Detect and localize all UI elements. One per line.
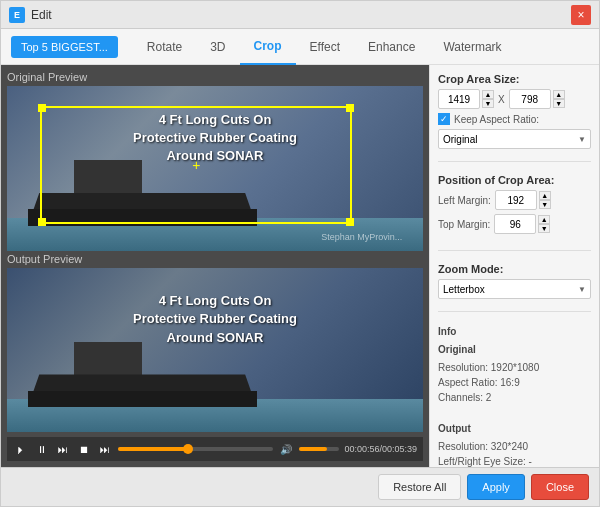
app-icon: E xyxy=(9,7,25,23)
video-controls: ⏵ ⏸ ⏭ ⏹ ⏭ 🔊 00:00:56/00:05:39 xyxy=(7,437,423,461)
title-bar: E Edit × xyxy=(1,1,599,29)
height-input-group: 798 ▲ ▼ xyxy=(509,89,565,109)
divider-3 xyxy=(438,311,591,312)
output-resolution: Resolution: 320*240 xyxy=(438,439,591,454)
zoom-mode-section: Zoom Mode: Letterbox ▼ xyxy=(438,263,591,299)
width-up-button[interactable]: ▲ xyxy=(482,90,494,99)
top-margin-input-group: 96 ▲ ▼ xyxy=(494,214,550,234)
left-margin-down[interactable]: ▼ xyxy=(539,200,551,209)
output-ship-silhouette xyxy=(28,342,257,408)
restore-all-button[interactable]: Restore All xyxy=(378,474,461,500)
close-button[interactable]: × xyxy=(571,5,591,25)
left-margin-input-group: 192 ▲ ▼ xyxy=(495,190,551,210)
original-resolution: Resolution: 1920*1080 xyxy=(438,360,591,375)
progress-bar[interactable] xyxy=(118,447,273,451)
top-margin-up[interactable]: ▲ xyxy=(538,215,550,224)
window-title: Edit xyxy=(31,8,571,22)
zoom-dropdown-arrow: ▼ xyxy=(578,285,586,294)
height-up-button[interactable]: ▲ xyxy=(553,90,565,99)
crop-corner-tl[interactable] xyxy=(38,104,46,112)
crop-corner-bl[interactable] xyxy=(38,218,46,226)
top-margin-spin: ▲ ▼ xyxy=(538,215,550,233)
bottom-bar: Restore All Apply Close xyxy=(1,467,599,506)
crop-rectangle[interactable]: + xyxy=(40,106,352,224)
output-video-frame: 4 Ft Long Cuts On Protective Rubber Coat… xyxy=(7,268,423,433)
file-tab[interactable]: Top 5 BIGGEST... xyxy=(11,36,118,58)
info-title: Info xyxy=(438,324,591,340)
left-margin-up[interactable]: ▲ xyxy=(539,191,551,200)
right-panel: Crop Area Size: 1419 ▲ ▼ X xyxy=(429,65,599,467)
close-dialog-button[interactable]: Close xyxy=(531,474,589,500)
aspect-ratio-row: ✓ Keep Aspect Ratio: xyxy=(438,113,591,125)
tab-watermark[interactable]: Watermark xyxy=(429,29,515,65)
crop-height-input[interactable]: 798 xyxy=(509,89,551,109)
width-input-group: 1419 ▲ ▼ xyxy=(438,89,494,109)
volume-bar[interactable] xyxy=(299,447,339,451)
tab-crop[interactable]: Crop xyxy=(240,29,296,65)
width-spin-buttons: ▲ ▼ xyxy=(482,90,494,108)
size-separator: X xyxy=(498,94,505,105)
original-video-frame: 4 Ft Long Cuts On Protective Rubber Coat… xyxy=(7,86,423,251)
position-label: Position of Crop Area: xyxy=(438,174,591,186)
crop-corner-tr[interactable] xyxy=(346,104,354,112)
apply-button[interactable]: Apply xyxy=(467,474,525,500)
pause-button[interactable]: ⏸ xyxy=(34,441,50,457)
position-section: Position of Crop Area: Left Margin: 192 … xyxy=(438,174,591,238)
left-margin-row: Left Margin: 192 ▲ ▼ xyxy=(438,190,591,210)
height-down-button[interactable]: ▼ xyxy=(553,99,565,108)
left-margin-spin: ▲ ▼ xyxy=(539,191,551,209)
output-video-text-overlay: 4 Ft Long Cuts On Protective Rubber Coat… xyxy=(49,292,382,347)
info-section: Info Original Resolution: 1920*1080 Aspe… xyxy=(438,324,591,467)
top-margin-label: Top Margin: xyxy=(438,219,490,230)
top-margin-down[interactable]: ▼ xyxy=(538,224,550,233)
crop-area-size-label: Crop Area Size: xyxy=(438,73,591,85)
crop-width-input[interactable]: 1419 xyxy=(438,89,480,109)
crop-corner-br[interactable] xyxy=(346,218,354,226)
original-preview: 4 Ft Long Cuts On Protective Rubber Coat… xyxy=(7,86,423,251)
next-frame-button[interactable]: ⏭ xyxy=(55,441,71,457)
tab-3d[interactable]: 3D xyxy=(196,29,239,65)
left-panel: Original Preview 4 Ft Long Cuts On Prote… xyxy=(1,65,429,467)
play-button[interactable]: ⏵ xyxy=(13,441,29,457)
tab-strip: Top 5 BIGGEST... Rotate 3D Crop Effect E… xyxy=(1,29,599,65)
zoom-mode-label: Zoom Mode: xyxy=(438,263,591,275)
zoom-mode-select[interactable]: Letterbox ▼ xyxy=(438,279,591,299)
output-preview-label: Output Preview xyxy=(7,253,423,265)
original-preview-label: Original Preview xyxy=(7,71,423,83)
volume-icon[interactable]: 🔊 xyxy=(278,441,294,457)
progress-thumb[interactable] xyxy=(183,444,193,454)
width-down-button[interactable]: ▼ xyxy=(482,99,494,108)
aspect-ratio-select[interactable]: Original ▼ xyxy=(438,129,591,149)
watermark-text: Stephan MyProvin... xyxy=(321,232,402,242)
progress-fill xyxy=(118,447,188,451)
divider-1 xyxy=(438,161,591,162)
left-margin-label: Left Margin: xyxy=(438,195,491,206)
crop-size-row: 1419 ▲ ▼ X 798 ▲ ▼ xyxy=(438,89,591,109)
original-info-title: Original xyxy=(438,342,591,358)
stop-button[interactable]: ⏹ xyxy=(76,441,92,457)
preview-section: Original Preview 4 Ft Long Cuts On Prote… xyxy=(7,71,423,432)
tab-enhance[interactable]: Enhance xyxy=(354,29,429,65)
tab-rotate[interactable]: Rotate xyxy=(133,29,196,65)
aspect-dropdown-arrow: ▼ xyxy=(578,135,586,144)
crop-area-size-section: Crop Area Size: 1419 ▲ ▼ X xyxy=(438,73,591,149)
left-margin-input[interactable]: 192 xyxy=(495,190,537,210)
height-spin-buttons: ▲ ▼ xyxy=(553,90,565,108)
end-button[interactable]: ⏭ xyxy=(97,441,113,457)
main-content: Original Preview 4 Ft Long Cuts On Prote… xyxy=(1,65,599,467)
top-margin-row: Top Margin: 96 ▲ ▼ xyxy=(438,214,591,234)
aspect-ratio-checkbox[interactable]: ✓ xyxy=(438,113,450,125)
time-display: 00:00:56/00:05:39 xyxy=(344,444,417,454)
output-preview: 4 Ft Long Cuts On Protective Rubber Coat… xyxy=(7,268,423,433)
volume-fill xyxy=(299,447,327,451)
edit-window: E Edit × Top 5 BIGGEST... Rotate 3D Crop… xyxy=(0,0,600,507)
top-margin-input[interactable]: 96 xyxy=(494,214,536,234)
divider-2 xyxy=(438,250,591,251)
output-eye: Left/Right Eye Size: - xyxy=(438,454,591,467)
keep-aspect-label: Keep Aspect Ratio: xyxy=(454,114,539,125)
tab-effect[interactable]: Effect xyxy=(296,29,354,65)
original-aspect: Aspect Ratio: 16:9 xyxy=(438,375,591,390)
original-channels: Channels: 2 xyxy=(438,390,591,405)
output-info-title: Output xyxy=(438,421,591,437)
crop-center-handle[interactable]: + xyxy=(192,157,200,173)
